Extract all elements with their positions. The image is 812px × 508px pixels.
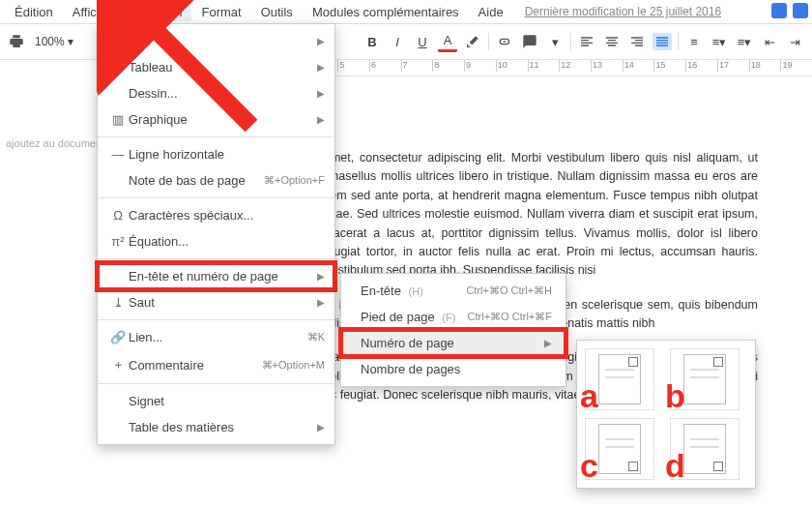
menu-item-special-chars[interactable]: ΩCaractères spéciaux...: [98, 202, 334, 228]
bullet-list-button[interactable]: ≡▾: [735, 33, 754, 50]
menu-item-table[interactable]: Tableau▶: [98, 54, 334, 80]
highlight-button[interactable]: [463, 33, 482, 50]
comments-icon[interactable]: [771, 3, 787, 18]
image-button[interactable]: ▾: [545, 33, 565, 50]
underline-button[interactable]: U: [413, 33, 432, 50]
annotation-label: c: [580, 447, 598, 485]
line-spacing-button[interactable]: ≡: [684, 33, 704, 50]
bold-button[interactable]: B: [362, 33, 382, 50]
submenu-header[interactable]: En-tête (H)Ctrl+⌘O Ctrl+⌘H: [341, 278, 566, 304]
menu-addons[interactable]: Modules complémentaires: [303, 3, 469, 21]
omega-icon: Ω: [107, 208, 129, 223]
annotation-label: b: [665, 377, 685, 415]
align-left-button[interactable]: [577, 33, 596, 50]
insert-menu: ▣Ima▶ Tableau▶ Dessin...▶ ▥Graphique▶ —L…: [97, 23, 335, 445]
italic-button[interactable]: I: [388, 33, 407, 50]
menu-item-equation[interactable]: π²Équation...: [98, 228, 334, 254]
align-justify-button[interactable]: [652, 33, 672, 50]
image-icon: ▣: [107, 34, 129, 48]
menu-item-comment[interactable]: ＋Commentaire⌘+Option+M: [98, 350, 334, 379]
menu-item-drawing[interactable]: Dessin...▶: [98, 80, 334, 106]
break-icon: ⤓: [107, 295, 129, 310]
pi-icon: π²: [107, 234, 129, 249]
numbered-list-button[interactable]: ≡▾: [710, 33, 729, 50]
page-number-option-top-right[interactable]: a: [585, 348, 654, 410]
text-color-button[interactable]: A: [438, 32, 457, 52]
link-icon: 🔗: [107, 330, 129, 344]
align-right-button[interactable]: [627, 33, 647, 50]
submenu-page-number[interactable]: Numéro de page▶: [341, 330, 566, 356]
annotation-label: a: [580, 377, 598, 415]
indent-inc-button[interactable]: ⇥: [785, 33, 804, 50]
menu-insert[interactable]: Insertion: [125, 3, 192, 21]
top-actions: [768, 0, 812, 21]
page-number-option-bottom-right-skip-first[interactable]: d: [670, 418, 740, 480]
menubar: Édition Afficher Insertion Format Outils…: [0, 0, 812, 24]
last-edit-link[interactable]: Dernière modification le 25 juillet 2016: [525, 5, 721, 18]
page-number-option-top-right-skip-first[interactable]: b: [670, 348, 740, 410]
menu-item-image[interactable]: ▣Ima▶: [98, 28, 334, 54]
menu-help[interactable]: Aide: [469, 3, 519, 21]
menu-item-chart[interactable]: ▥Graphique▶: [98, 106, 334, 133]
menu-item-bookmark[interactable]: Signet: [98, 388, 334, 414]
outline-hint: ajoutez au documen: [6, 137, 102, 149]
submenu-page-count[interactable]: Nombre de pages: [341, 356, 566, 382]
share-icon[interactable]: [793, 3, 808, 18]
doc-paragraph: amet, consectetur adipiscing elit. Morbi…: [324, 149, 758, 281]
menu-item-header-page-number[interactable]: En-tête et numéro de page▶: [98, 263, 334, 289]
menu-item-toc[interactable]: Table des matières▶: [98, 414, 334, 440]
menu-item-footnote[interactable]: Note de bas de page⌘+Option+F: [98, 167, 334, 194]
menu-edit[interactable]: Édition: [5, 3, 63, 21]
page-number-options: a b c d: [576, 340, 756, 489]
menu-format[interactable]: Format: [191, 3, 250, 21]
align-center-button[interactable]: [602, 33, 622, 50]
menu-item-hline[interactable]: —Ligne horizontale: [98, 141, 334, 167]
menu-tools[interactable]: Outils: [251, 3, 303, 21]
print-icon[interactable]: [8, 33, 25, 50]
annotation-label: d: [665, 447, 685, 485]
submenu-footer[interactable]: Pied de page (F)Ctrl+⌘O Ctrl+⌘F: [341, 304, 566, 330]
zoom-dropdown[interactable]: 100% ▾: [35, 35, 73, 48]
header-page-submenu: En-tête (H)Ctrl+⌘O Ctrl+⌘H Pied de page …: [340, 273, 566, 387]
menu-view[interactable]: Afficher: [63, 3, 125, 21]
menu-item-break[interactable]: ⤓Saut▶: [98, 289, 334, 315]
menu-item-link[interactable]: 🔗Lien...⌘K: [98, 324, 334, 350]
chart-icon: ▥: [107, 112, 129, 127]
page-number-option-bottom-right[interactable]: c: [585, 418, 654, 480]
comment-icon: ＋: [107, 356, 129, 374]
comment-button[interactable]: [520, 33, 539, 50]
indent-dec-button[interactable]: ⇤: [760, 33, 779, 50]
link-button[interactable]: [495, 33, 514, 50]
hline-icon: —: [107, 147, 129, 162]
